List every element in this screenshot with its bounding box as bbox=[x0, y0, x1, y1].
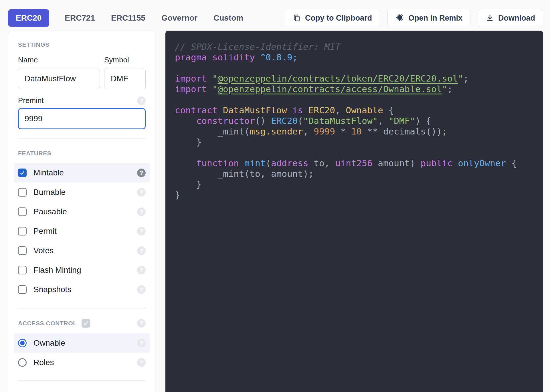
question-icon[interactable]: ? bbox=[137, 266, 146, 274]
tab-erc1155[interactable]: ERC1155 bbox=[110, 9, 146, 27]
access-row-ownable[interactable]: Ownable? bbox=[14, 333, 150, 353]
mintable-label: Mintable bbox=[33, 168, 64, 177]
download-button[interactable]: Download bbox=[478, 9, 543, 27]
action-buttons: Copy to Clipboard Open in Remix Download bbox=[285, 9, 543, 27]
tab-erc20[interactable]: ERC20 bbox=[8, 9, 49, 27]
ownable-radio[interactable] bbox=[18, 339, 27, 347]
premint-label: Premint bbox=[18, 96, 44, 105]
question-icon[interactable]: ? bbox=[137, 169, 146, 177]
code-line: _mint(msg.sender, 9999 * 10 ** decimals(… bbox=[175, 126, 537, 137]
question-icon[interactable]: ? bbox=[137, 227, 146, 235]
permit-label: Permit bbox=[33, 227, 57, 236]
features-section-header: FEATURES bbox=[18, 150, 146, 157]
feature-row-flash-minting[interactable]: Flash Minting? bbox=[14, 260, 150, 280]
ownable-label: Ownable bbox=[33, 338, 65, 348]
solidity-code[interactable]: // SPDX-License-Identifier: MITpragma so… bbox=[175, 41, 537, 200]
code-line: } bbox=[175, 179, 537, 190]
feature-row-mintable[interactable]: Mintable? bbox=[14, 163, 150, 183]
name-input[interactable] bbox=[18, 68, 100, 89]
tab-custom[interactable]: Custom bbox=[213, 9, 244, 27]
code-line: contract DataMustFlow is ERC20, Ownable … bbox=[175, 105, 537, 116]
roles-radio[interactable] bbox=[18, 358, 27, 367]
premint-value: 9999 bbox=[25, 114, 42, 123]
name-symbol-row: Name Symbol bbox=[18, 56, 146, 89]
tab-erc721[interactable]: ERC721 bbox=[64, 9, 96, 27]
flash-minting-checkbox[interactable] bbox=[18, 266, 27, 274]
pausable-label: Pausable bbox=[33, 207, 67, 216]
question-icon[interactable]: ? bbox=[137, 358, 146, 367]
code-panel: // SPDX-License-Identifier: MITpragma so… bbox=[165, 31, 543, 392]
feature-row-permit[interactable]: Permit? bbox=[14, 221, 150, 241]
roles-label: Roles bbox=[33, 358, 54, 367]
feature-row-votes[interactable]: Votes? bbox=[14, 241, 150, 260]
tab-governor[interactable]: Governor bbox=[161, 9, 198, 27]
symbol-label: Symbol bbox=[104, 56, 146, 64]
access-control-header-row: ACCESS CONTROL ? bbox=[18, 319, 146, 328]
symbol-input[interactable] bbox=[104, 68, 146, 89]
code-line: // SPDX-License-Identifier: MIT bbox=[175, 41, 537, 52]
access-control-section-header: ACCESS CONTROL bbox=[18, 320, 77, 327]
question-icon[interactable]: ? bbox=[137, 319, 146, 328]
main-content: SETTINGS Name Symbol Premint ? 9999 FEAT… bbox=[0, 29, 550, 390]
features-list: Mintable?Burnable?Pausable?Permit?Votes?… bbox=[14, 163, 150, 299]
code-line: } bbox=[175, 190, 537, 200]
access-row-roles[interactable]: Roles? bbox=[14, 353, 150, 372]
code-line: import "@openzeppelin/contracts/access/O… bbox=[175, 84, 537, 94]
code-line: _mint(to, amount); bbox=[175, 169, 537, 179]
download-label: Download bbox=[498, 14, 535, 23]
download-icon bbox=[486, 14, 494, 22]
mintable-checkbox[interactable] bbox=[18, 169, 27, 177]
copy-to-clipboard-label: Copy to Clipboard bbox=[305, 14, 372, 23]
name-label: Name bbox=[18, 56, 100, 64]
feature-row-pausable[interactable]: Pausable? bbox=[14, 202, 150, 221]
copy-to-clipboard-button[interactable]: Copy to Clipboard bbox=[285, 9, 380, 27]
code-line: constructor() ERC20("DataMustFlow", "DMF… bbox=[175, 116, 537, 126]
code-line bbox=[175, 63, 537, 73]
pausable-checkbox[interactable] bbox=[18, 207, 27, 216]
code-line: function mint(address to, uint256 amount… bbox=[175, 158, 537, 169]
divider bbox=[18, 138, 146, 138]
premint-input[interactable]: 9999 bbox=[18, 108, 146, 129]
question-icon[interactable]: ? bbox=[137, 246, 146, 255]
access-control-checkbox[interactable] bbox=[82, 319, 90, 328]
access-control-list: Ownable?Roles? bbox=[14, 333, 150, 372]
code-line: import "@openzeppelin/contracts/token/ER… bbox=[175, 73, 537, 84]
text-cursor bbox=[43, 114, 43, 124]
copy-icon bbox=[293, 14, 301, 22]
question-icon[interactable]: ? bbox=[137, 285, 146, 294]
question-icon[interactable]: ? bbox=[137, 188, 146, 197]
burnable-checkbox[interactable] bbox=[18, 188, 27, 197]
burnable-label: Burnable bbox=[33, 188, 66, 197]
open-in-remix-button[interactable]: Open in Remix bbox=[387, 9, 470, 27]
votes-label: Votes bbox=[33, 246, 54, 255]
remix-icon bbox=[395, 14, 404, 22]
question-icon[interactable]: ? bbox=[137, 339, 146, 347]
feature-row-snapshots[interactable]: Snapshots? bbox=[14, 280, 150, 299]
open-in-remix-label: Open in Remix bbox=[408, 14, 462, 23]
votes-checkbox[interactable] bbox=[18, 246, 27, 255]
code-line: } bbox=[175, 137, 537, 147]
settings-sidebar: SETTINGS Name Symbol Premint ? 9999 FEAT… bbox=[8, 31, 155, 392]
divider bbox=[18, 380, 146, 381]
snapshots-label: Snapshots bbox=[33, 285, 71, 294]
code-line: pragma solidity ^0.8.9; bbox=[175, 52, 537, 63]
permit-checkbox[interactable] bbox=[18, 227, 27, 235]
top-bar: ERC20ERC721ERC1155GovernorCustom Copy to… bbox=[0, 0, 550, 29]
settings-section-header: SETTINGS bbox=[18, 41, 146, 48]
question-icon[interactable]: ? bbox=[137, 207, 146, 216]
snapshots-checkbox[interactable] bbox=[18, 285, 27, 294]
contract-tabs: ERC20ERC721ERC1155GovernorCustom bbox=[8, 9, 244, 27]
question-icon[interactable]: ? bbox=[137, 96, 146, 105]
code-line bbox=[175, 147, 537, 158]
divider bbox=[18, 308, 146, 308]
feature-row-burnable[interactable]: Burnable? bbox=[14, 183, 150, 202]
flash-minting-label: Flash Minting bbox=[33, 266, 81, 275]
code-line bbox=[175, 94, 537, 105]
